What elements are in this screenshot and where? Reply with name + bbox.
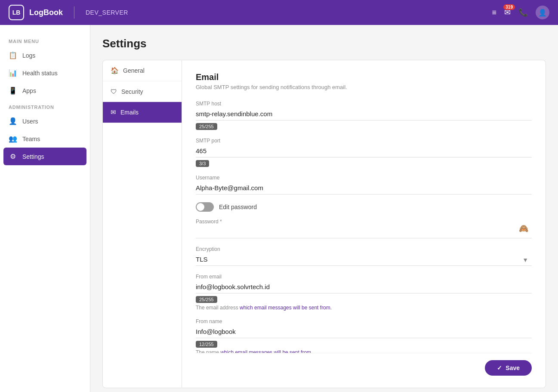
settings-nav: 🏠 General 🛡 Security ✉ Emails (102, 60, 182, 388)
server-name: DEV_SERVER (86, 9, 128, 16)
teams-icon: 👥 (9, 135, 17, 143)
logs-icon: 📋 (9, 51, 17, 59)
smtp-host-value[interactable]: smtp-relay.sendinblue.com (196, 108, 532, 120)
logo-text: LB (12, 9, 21, 16)
settings-nav-security-label: Security (121, 88, 143, 95)
edit-password-label: Edit password (219, 204, 257, 210)
save-section: ✓ Save (196, 353, 532, 376)
smtp-port-value[interactable]: 465 (196, 145, 532, 157)
apps-icon: 📱 (9, 86, 17, 95)
from-email-group: From email info@logbook.solvrtech.id 25/… (196, 274, 532, 311)
email-settings-content: Email Global SMTP settings for sending n… (182, 60, 546, 388)
password-visibility-icon[interactable]: 🙈 (519, 224, 528, 233)
settings-nav-general-label: General (123, 67, 145, 74)
save-label: Save (506, 364, 520, 371)
password-input[interactable] (196, 226, 532, 238)
sidebar-item-teams[interactable]: 👥 Teams (0, 130, 90, 148)
smtp-port-label: SMTP port (196, 138, 532, 144)
page-title: Settings (102, 37, 546, 50)
username-value[interactable]: Alpha-Byte@gmail.com (196, 182, 532, 194)
sidebar: MAIN MENU 📋 Logs 📊 Health status 📱 Apps … (0, 25, 90, 392)
emails-nav-icon: ✉ (111, 108, 116, 116)
notification-badge: 319 (503, 4, 515, 10)
smtp-host-chars: 25/255 (196, 123, 217, 130)
password-group: Password * 🙈 (196, 219, 532, 238)
encryption-label: Encryption (196, 246, 532, 252)
smtp-port-group: SMTP port 465 3/3 (196, 138, 532, 167)
phone-icon[interactable]: 📞 (518, 8, 528, 17)
encryption-arrow-icon: ▼ (522, 256, 528, 263)
from-email-chars: 25/255 (196, 296, 217, 303)
from-email-hint-highlight: which email messages will be sent from. (240, 305, 332, 311)
sidebar-item-apps-label: Apps (22, 87, 36, 94)
content-area: Settings 🏠 General 🛡 Security ✉ Emails (90, 25, 558, 392)
from-email-label: From email (196, 274, 532, 280)
settings-icon: ⚙ (9, 152, 17, 161)
logo: LB (9, 5, 24, 20)
username-label: Username (196, 175, 532, 181)
sidebar-item-health-label: Health status (22, 70, 58, 77)
sidebar-item-teams-label: Teams (22, 136, 40, 142)
settings-layout: 🏠 General 🛡 Security ✉ Emails Email Glob… (102, 60, 546, 388)
topnav-left: LB LogBook DEV_SERVER (9, 5, 128, 20)
from-email-hint-pre: The email address (196, 305, 240, 311)
admin-label: ADMINISTRATION (0, 99, 90, 112)
save-check-icon: ✓ (497, 364, 502, 371)
topnav: LB LogBook DEV_SERVER ≡ ✉ 319 📞 👤 (0, 0, 558, 25)
edit-password-toggle[interactable] (196, 202, 214, 212)
user-avatar[interactable]: 👤 (536, 6, 549, 19)
username-group: Username Alpha-Byte@gmail.com (196, 175, 532, 194)
smtp-host-group: SMTP host smtp-relay.sendinblue.com 25/2… (196, 101, 532, 130)
settings-nav-general[interactable]: 🏠 General (103, 60, 182, 81)
sidebar-item-settings-label: Settings (22, 153, 44, 160)
sidebar-item-users-label: Users (22, 118, 38, 125)
from-email-hint: The email address which email messages w… (196, 305, 532, 311)
smtp-host-label: SMTP host (196, 101, 532, 107)
sidebar-item-settings[interactable]: ⚙ Settings (3, 148, 86, 165)
encryption-group: Encryption TLS ▼ (196, 246, 532, 266)
main-menu-label: MAIN MENU (0, 34, 90, 46)
nav-divider (74, 6, 74, 19)
sidebar-item-logs-label: Logs (22, 52, 35, 59)
topnav-right: ≡ ✉ 319 📞 👤 (492, 6, 549, 19)
sidebar-item-health-status[interactable]: 📊 Health status (0, 64, 90, 82)
toggle-knob (197, 203, 204, 211)
main-layout: MAIN MENU 📋 Logs 📊 Health status 📱 Apps … (0, 25, 558, 392)
encryption-value[interactable]: TLS (196, 254, 532, 266)
sidebar-item-users[interactable]: 👤 Users (0, 112, 90, 130)
general-nav-icon: 🏠 (111, 67, 119, 74)
menu-icon[interactable]: ≡ (492, 8, 496, 17)
app-name: LogBook (29, 8, 63, 17)
from-email-value[interactable]: info@logbook.solvrtech.id (196, 281, 532, 293)
smtp-port-chars: 3/3 (196, 160, 209, 167)
encryption-select-row: TLS ▼ (196, 254, 532, 266)
users-icon: 👤 (9, 117, 17, 125)
save-button[interactable]: ✓ Save (485, 360, 532, 376)
edit-password-toggle-row: Edit password (196, 202, 532, 212)
mail-icon[interactable]: ✉ 319 (504, 8, 511, 17)
email-section-subtitle: Global SMTP settings for sending notific… (196, 84, 532, 90)
from-name-chars: 12/255 (196, 341, 217, 348)
settings-nav-emails[interactable]: ✉ Emails (103, 102, 182, 123)
sidebar-item-logs[interactable]: 📋 Logs (0, 46, 90, 64)
settings-nav-emails-label: Emails (120, 109, 139, 116)
email-section-title: Email (196, 72, 532, 82)
security-nav-icon: 🛡 (111, 88, 117, 95)
health-status-icon: 📊 (9, 69, 17, 77)
sidebar-item-apps[interactable]: 📱 Apps (0, 82, 90, 99)
from-name-label: From name (196, 318, 532, 324)
password-label: Password * (196, 219, 532, 225)
settings-nav-security[interactable]: 🛡 Security (103, 81, 182, 102)
from-name-value[interactable]: Info@logbook (196, 326, 532, 338)
from-name-group: From name Info@logbook 12/255 The name w… (196, 318, 532, 355)
